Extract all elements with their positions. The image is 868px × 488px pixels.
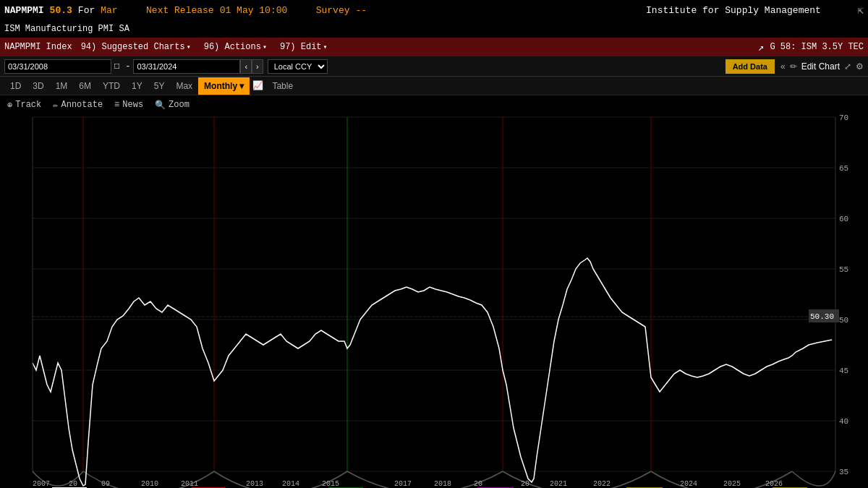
period-1d[interactable]: 1D xyxy=(4,77,27,95)
period-1m[interactable]: 1M xyxy=(50,77,74,95)
period-3d[interactable]: 3D xyxy=(27,77,49,95)
period-1y[interactable]: 1Y xyxy=(126,77,148,95)
edit-chart-button[interactable]: Edit Chart xyxy=(801,61,840,72)
period-table[interactable]: Table xyxy=(266,77,299,95)
period-ytd[interactable]: YTD xyxy=(97,77,126,95)
next-release-label: Next Release xyxy=(146,5,214,16)
annotate-label: Annotate xyxy=(61,100,103,110)
settings-icon-btn[interactable]: ⚙ xyxy=(856,61,864,72)
next-btn[interactable]: › xyxy=(252,59,263,74)
prev-icon-btn[interactable]: « xyxy=(780,61,786,72)
svg-text:45: 45 xyxy=(839,367,848,375)
g-label: G 58: ISM 3.5Y TEC xyxy=(770,42,864,52)
svg-text:2022: 2022 xyxy=(593,480,610,488)
zoom-label: Zoom xyxy=(169,100,190,110)
period-6m[interactable]: 6M xyxy=(73,77,97,95)
pencil2-icon: ✏ xyxy=(53,100,58,111)
index-label: NAPMPMI Index xyxy=(4,42,72,52)
suggested-charts-menu[interactable]: 94) Suggested Charts ▾ xyxy=(77,40,195,53)
svg-text:50.30: 50.30 xyxy=(810,312,834,321)
svg-text:2018: 2018 xyxy=(434,480,451,488)
svg-text:55: 55 xyxy=(839,265,848,274)
svg-text:20: 20 xyxy=(521,480,529,488)
svg-text:09: 09 xyxy=(101,480,110,488)
svg-text:70: 70 xyxy=(839,114,848,122)
svg-text:2021: 2021 xyxy=(550,480,567,488)
news-label: News xyxy=(122,100,143,110)
for-label: For xyxy=(78,5,95,16)
annotate-tool[interactable]: ✏ Annotate xyxy=(53,100,103,111)
header-row2: ISM Manufacturing PMI SA xyxy=(0,20,868,38)
svg-text:20: 20 xyxy=(69,480,77,488)
chart-icon[interactable]: 📈 xyxy=(252,80,263,91)
date-to-input[interactable] xyxy=(133,59,240,74)
chart-toolbar: ⊕ Track ✏ Annotate ≡ News 🔍 Zoom xyxy=(0,95,868,114)
pencil-icon-btn[interactable]: ✏ xyxy=(790,61,797,72)
period-bar: 1D 3D 1M 6M YTD 1Y 5Y Max Monthly ▾ 📈 Ta… xyxy=(0,77,868,95)
svg-text:2007: 2007 xyxy=(33,480,50,488)
zoom-tool[interactable]: 🔍 Zoom xyxy=(155,100,190,111)
spacer1 xyxy=(293,5,310,16)
svg-text:60: 60 xyxy=(839,215,848,223)
svg-text:2014: 2014 xyxy=(282,480,299,488)
survey-value: -- xyxy=(356,5,367,16)
date-dash: - xyxy=(125,61,130,72)
menu-bar: NAPMPMI Index 94) Suggested Charts ▾ 96)… xyxy=(0,38,868,56)
svg-text:2025: 2025 xyxy=(723,480,741,488)
chart-area: ⊕ Track ✏ Annotate ≡ News 🔍 Zoom xyxy=(0,95,868,488)
svg-text:2024: 2024 xyxy=(680,480,697,488)
svg-text:2017: 2017 xyxy=(394,480,412,488)
svg-text:2026: 2026 xyxy=(765,480,783,488)
toolbar-right: « ✏ Edit Chart ⤢ ⚙ xyxy=(780,61,864,72)
zoom-icon: 🔍 xyxy=(155,100,166,111)
menu-right: ↗ G 58: ISM 3.5Y TEC xyxy=(758,41,864,53)
period-monthly[interactable]: Monthly ▾ xyxy=(198,77,250,95)
external-icon[interactable]: ⇱ xyxy=(858,4,864,17)
next-release-spacer xyxy=(124,5,140,16)
survey-label: Survey xyxy=(316,5,350,16)
svg-text:65: 65 xyxy=(839,164,848,173)
add-data-button[interactable]: Add Data xyxy=(726,59,775,74)
svg-text:40: 40 xyxy=(839,417,848,426)
svg-text:35: 35 xyxy=(839,468,848,476)
date-separator: □ xyxy=(114,61,119,72)
suggested-charts-arrow: ▾ xyxy=(187,43,191,51)
svg-text:50: 50 xyxy=(839,316,848,325)
news-tool[interactable]: ≡ News xyxy=(114,100,143,110)
period-max[interactable]: Max xyxy=(170,77,198,95)
date-from-input[interactable] xyxy=(4,59,111,74)
for-date: Mar xyxy=(101,5,117,16)
svg-text:2010: 2010 xyxy=(141,480,158,488)
svg-text:2013: 2013 xyxy=(246,480,263,488)
chart-svg: 70 65 60 55 50 45 40 35 50.30 xyxy=(0,95,868,488)
prev-btn[interactable]: ‹ xyxy=(240,59,252,74)
subtitle-label: ISM Manufacturing PMI SA xyxy=(4,24,129,34)
news-icon: ≡ xyxy=(114,100,119,110)
institute-label: Institute for Supply Management xyxy=(615,5,851,16)
ticker-value: 50.3 xyxy=(50,5,72,16)
edit-arrow: ▾ xyxy=(323,43,328,51)
expand-icon-btn[interactable]: ⤢ xyxy=(844,61,851,72)
period-5y[interactable]: 5Y xyxy=(148,77,171,95)
actions-arrow: ▾ xyxy=(263,43,267,51)
toolbar: □ - ‹ › Local CCY Add Data « ✏ Edit Char… xyxy=(0,56,868,77)
header-row1: NAPMPMI 50.3 For Mar Next Release 01 May… xyxy=(0,0,868,20)
export-icon[interactable]: ↗ xyxy=(758,41,764,53)
ccy-select[interactable]: Local CCY xyxy=(268,59,328,74)
svg-text:2015: 2015 xyxy=(322,480,339,488)
track-tool[interactable]: ⊕ Track xyxy=(7,100,41,111)
track-label: Track xyxy=(15,100,41,110)
edit-menu[interactable]: 97) Edit ▾ xyxy=(276,40,332,53)
actions-menu[interactable]: 96) Actions ▾ xyxy=(200,40,271,53)
svg-text:20: 20 xyxy=(474,480,482,488)
next-release-date: 01 May 10:00 xyxy=(220,5,288,16)
ticker-symbol: NAPMPMI xyxy=(4,5,44,16)
svg-rect-0 xyxy=(0,95,868,488)
svg-text:2011: 2011 xyxy=(181,480,198,488)
cursor-icon: ⊕ xyxy=(7,100,12,111)
